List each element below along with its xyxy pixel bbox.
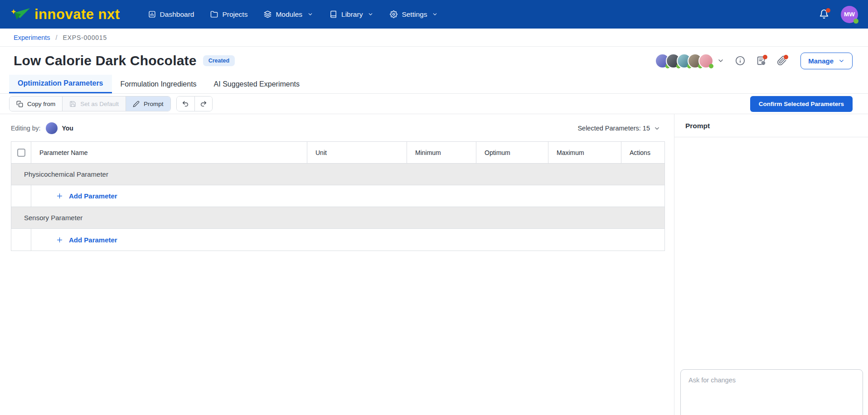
nav-item-label: Modules — [276, 10, 302, 19]
set-as-default-button[interactable]: Set as Default — [62, 97, 126, 111]
folder-icon — [210, 10, 218, 18]
plus-icon — [56, 193, 63, 199]
editing-status-bar: Editing by: You Selected Parameters: 15 — [0, 114, 674, 140]
add-parameter-button-sensory[interactable]: Add Parameter — [56, 236, 117, 244]
collaborator-avatar — [698, 53, 713, 68]
tab-ai-suggested-experiments[interactable]: AI Suggested Experiments — [205, 75, 308, 93]
nav-item-projects[interactable]: Projects — [210, 10, 247, 19]
parameters-main: Editing by: You Selected Parameters: 15 … — [0, 114, 674, 415]
tab-formulation-ingredients[interactable]: Formulation Ingredients — [112, 75, 205, 93]
collaborator-avatar-group[interactable] — [655, 53, 724, 68]
confirm-selected-parameters-button[interactable]: Confirm Selected Parameters — [750, 96, 853, 112]
user-avatar[interactable]: MW — [841, 6, 858, 23]
tab-label: Formulation Ingredients — [121, 80, 197, 88]
chevron-down-icon — [307, 11, 313, 17]
manage-label: Manage — [808, 57, 834, 65]
prompt-panel: Prompt — [674, 114, 868, 415]
navbar-right: MW — [819, 6, 858, 23]
copy-from-button[interactable]: Copy from — [10, 97, 62, 111]
add-parameter-label: Add Parameter — [69, 192, 117, 200]
chevron-down-icon — [717, 57, 724, 64]
modules-icon — [264, 10, 272, 18]
redo-button[interactable] — [194, 97, 212, 111]
add-parameter-label: Add Parameter — [69, 236, 117, 244]
chevron-down-icon — [838, 58, 845, 64]
nav-item-label: Settings — [402, 10, 427, 19]
add-parameter-cell: Add Parameter — [31, 185, 664, 207]
column-header-optimum: Optimum — [476, 142, 548, 163]
undo-icon — [182, 100, 189, 107]
column-header-unit: Unit — [307, 142, 407, 163]
column-header-parameter-name: Parameter Name — [31, 142, 307, 163]
notes-badge — [763, 55, 767, 59]
manage-button[interactable]: Manage — [800, 53, 853, 69]
select-all-checkbox[interactable] — [17, 149, 25, 157]
info-button[interactable] — [735, 56, 745, 66]
dashboard-icon — [148, 10, 156, 18]
breadcrumb-experiments-link[interactable]: Experiments — [14, 34, 50, 41]
info-icon — [735, 56, 745, 66]
group-name: Sensory Parameter — [24, 214, 82, 222]
user-initials: MW — [844, 11, 855, 18]
add-parameter-button-physicochemical[interactable]: Add Parameter — [56, 192, 117, 200]
nav-item-dashboard[interactable]: Dashboard — [148, 10, 194, 19]
plus-icon — [56, 236, 63, 243]
prompt-label: Prompt — [144, 101, 164, 107]
nav-item-label: Dashboard — [160, 10, 194, 19]
page-title: Low Calorie Dark Chocolate — [14, 53, 197, 68]
notification-badge — [826, 8, 830, 13]
ask-for-changes-input[interactable] — [680, 369, 863, 415]
selected-parameters-dropdown[interactable]: Selected Parameters: 15 — [577, 125, 660, 132]
nav-item-modules[interactable]: Modules — [264, 10, 313, 19]
selected-parameters-label: Selected Parameters: 15 — [577, 125, 650, 132]
nav-item-settings[interactable]: Settings — [390, 10, 438, 19]
tab-optimization-parameters[interactable]: Optimization Parameters — [9, 75, 112, 93]
logo-arrow-icon — [10, 5, 32, 24]
save-icon — [69, 101, 76, 107]
nav-item-library[interactable]: Library — [330, 10, 373, 19]
presence-dot — [709, 64, 713, 68]
library-icon — [330, 10, 337, 18]
header-actions: Manage — [655, 53, 853, 69]
editing-by-label: Editing by: — [11, 125, 40, 132]
add-parameter-row: Add Parameter — [11, 185, 664, 207]
add-parameter-row: Add Parameter — [11, 229, 664, 251]
nav-item-label: Library — [341, 10, 363, 19]
chevron-down-icon — [654, 125, 660, 132]
tab-label: Optimization Parameters — [18, 79, 103, 87]
group-name: Physicochemical Parameter — [24, 170, 108, 178]
breadcrumb-current: EXPS-000015 — [63, 34, 107, 41]
attachments-badge — [784, 55, 788, 59]
prompt-button[interactable]: Prompt — [126, 97, 170, 111]
group-row-sensory: Sensory Parameter — [11, 207, 664, 229]
select-all-cell — [11, 142, 31, 163]
nav-item-label: Projects — [222, 10, 247, 19]
chevron-down-icon — [368, 11, 373, 17]
tab-label: AI Suggested Experiments — [214, 80, 300, 88]
brand-name: innovate nxt — [34, 6, 120, 23]
parameters-table: Parameter Name Unit Minimum Optimum Maxi… — [11, 141, 665, 251]
prompt-panel-title: Prompt — [674, 114, 868, 137]
add-parameter-cell: Add Parameter — [31, 229, 664, 251]
chevron-down-icon — [432, 11, 438, 17]
set-as-default-label: Set as Default — [80, 101, 119, 107]
notes-button[interactable] — [756, 56, 766, 66]
editing-user: You — [62, 125, 73, 132]
breadcrumb: Experiments / EXPS-000015 — [0, 29, 868, 47]
undo-button[interactable] — [177, 97, 194, 111]
attachments-button[interactable] — [777, 56, 787, 66]
app-page: innovate nxt Dashboard Projects Modules — [0, 0, 868, 415]
top-navbar: innovate nxt Dashboard Projects Modules — [0, 0, 868, 29]
notifications-button[interactable] — [819, 9, 829, 20]
group-row-physicochemical: Physicochemical Parameter — [11, 164, 664, 185]
brand-logo[interactable]: innovate nxt — [10, 5, 120, 24]
toolbar-button-group: Copy from Set as Default Prompt — [9, 96, 171, 111]
table-header-row: Parameter Name Unit Minimum Optimum Maxi… — [11, 142, 664, 164]
nav-menu: Dashboard Projects Modules Library — [148, 10, 438, 19]
copy-from-label: Copy from — [27, 101, 55, 107]
toolbar: Copy from Set as Default Prompt — [0, 94, 868, 114]
row-lead-cell — [11, 229, 31, 251]
content-area: Editing by: You Selected Parameters: 15 … — [0, 114, 868, 415]
column-header-maximum: Maximum — [548, 142, 621, 163]
pencil-icon — [133, 101, 140, 107]
